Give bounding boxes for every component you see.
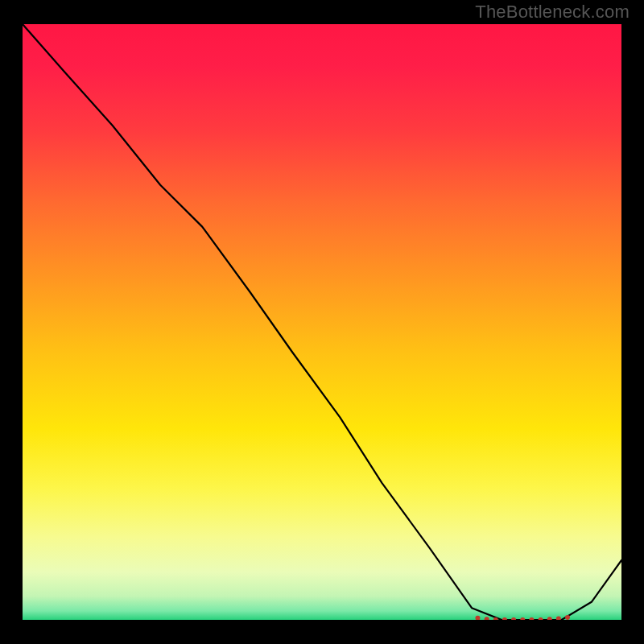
bottleneck-curve-path xyxy=(23,24,621,620)
data-point-marker xyxy=(511,617,516,620)
data-point-marker xyxy=(556,617,561,620)
chart-container xyxy=(23,24,621,620)
data-point-marker xyxy=(547,617,552,620)
data-point-marker xyxy=(529,617,534,620)
data-point-marker xyxy=(539,617,543,620)
data-point-marker xyxy=(475,616,480,620)
watermark-text: TheBottleneck.com xyxy=(475,2,630,23)
data-point-marker xyxy=(565,615,570,620)
bottleneck-line-chart xyxy=(23,24,621,620)
data-point-marker xyxy=(502,617,507,620)
data-point-marker xyxy=(520,617,525,620)
data-point-marker xyxy=(485,617,489,620)
